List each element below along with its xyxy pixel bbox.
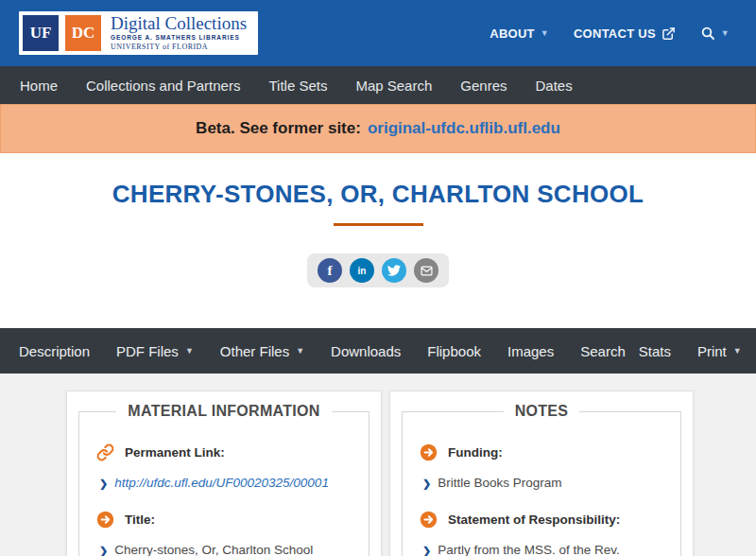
logo-text: Digital Collections GEORGE A. SMATHERS L…: [108, 14, 247, 51]
beta-banner: Beta. See former site: original-ufdc.ufl…: [0, 104, 756, 153]
header-menu: ABOUT ▼ CONTACT US ▼: [490, 26, 730, 41]
logo-subtitle-university: UNIVERSITY of FLORIDA: [111, 43, 247, 51]
statement-value-line1: Partly from the MSS. of the Rev. William…: [422, 543, 620, 556]
title-underline: [334, 223, 423, 226]
nav-item-title-sets[interactable]: Title Sets: [254, 78, 341, 94]
toolbar-other-files[interactable]: Other Files ▼: [207, 343, 318, 359]
arrow-circle-icon: [420, 511, 438, 529]
contact-us-label: CONTACT US: [574, 26, 656, 41]
funding-value: Brittle Books Program: [438, 476, 561, 490]
chevron-right-icon: ❯: [422, 478, 431, 489]
toolbar-flipbook[interactable]: Flipbook: [414, 343, 494, 359]
toolbar-right-group: Stats Print ▼ Send: [639, 343, 756, 359]
permanent-link-url[interactable]: http://ufdc.ufl.edu/UF00020325/00001: [114, 476, 329, 490]
ufdc-logo[interactable]: UF DC Digital Collections GEORGE A. SMAT…: [19, 11, 258, 55]
linkedin-icon[interactable]: in: [350, 258, 374, 283]
notes-panel: NOTES Funding: ❯Brittle Books Program: [389, 391, 694, 556]
title-label: Title:: [125, 513, 155, 527]
notes-heading: NOTES: [504, 403, 580, 420]
chevron-down-icon: ▼: [185, 346, 194, 356]
title-label-row: Title:: [96, 511, 352, 529]
email-icon[interactable]: [414, 258, 438, 283]
chevron-down-icon: ▼: [541, 28, 549, 38]
material-information-panel: MATERIAL INFORMATION Permanent Link: ❯ht…: [66, 391, 382, 556]
permanent-link-label-row: Permanent Link:: [96, 443, 352, 461]
chevron-down-icon: ▼: [721, 28, 730, 38]
permanent-link-label: Permanent Link:: [125, 445, 225, 460]
title-value-row: ❯Cherry-stones, Or, Charlton School: [99, 541, 352, 556]
nav-item-map-search[interactable]: Map Search: [341, 78, 446, 94]
toolbar-print[interactable]: Print ▼: [684, 343, 755, 359]
funding-label-row: Funding:: [420, 443, 663, 461]
facebook-icon[interactable]: f: [318, 258, 342, 283]
toolbar-stats[interactable]: Stats: [639, 343, 684, 359]
about-menu[interactable]: ABOUT ▼: [490, 26, 549, 41]
item-toolbar: Description PDF Files ▼ Other Files ▼ Do…: [0, 328, 756, 374]
nav-item-genres[interactable]: Genres: [446, 78, 521, 94]
logo-title: Digital Collections: [111, 14, 247, 33]
print-label: Print: [697, 343, 727, 359]
toolbar-images[interactable]: Images: [494, 343, 567, 359]
social-share-bar: f in: [307, 253, 449, 287]
item-content: MATERIAL INFORMATION Permanent Link: ❯ht…: [0, 374, 756, 556]
uf-logo-square: UF: [23, 15, 59, 51]
toolbar-description[interactable]: Description: [19, 343, 103, 359]
chevron-right-icon: ❯: [99, 545, 108, 556]
toolbar-search[interactable]: Search: [567, 343, 639, 359]
arrow-circle-icon: [420, 443, 438, 461]
toolbar-downloads[interactable]: Downloads: [318, 343, 414, 359]
material-information-heading: MATERIAL INFORMATION: [116, 403, 331, 420]
chevron-right-icon: ❯: [422, 545, 431, 556]
nav-item-dates[interactable]: Dates: [521, 78, 586, 94]
funding-value-row: ❯Brittle Books Program: [422, 474, 663, 493]
chevron-down-icon: ▼: [296, 346, 304, 356]
logo-subtitle-libraries: GEORGE A. SMATHERS LIBRARIES: [111, 35, 247, 42]
toolbar-pdf-files[interactable]: PDF Files ▼: [103, 343, 207, 359]
dc-logo-square: DC: [65, 15, 101, 51]
nav-item-collections-and-partners[interactable]: Collections and Partners: [72, 78, 254, 94]
site-header: UF DC Digital Collections GEORGE A. SMAT…: [0, 0, 756, 66]
beta-banner-text: Beta. See former site:: [196, 119, 361, 138]
main-navbar: Home Collections and Partners Title Sets…: [0, 66, 756, 104]
statement-label-row: Statement of Responsibility:: [420, 511, 663, 529]
about-label: ABOUT: [490, 26, 535, 41]
external-link-icon: [662, 26, 676, 41]
statement-value-row: ❯Partly from the MSS. of the Rev. Willia…: [422, 541, 663, 556]
other-files-label: Other Files: [220, 343, 289, 359]
link-icon: [96, 443, 114, 461]
search-icon: [700, 26, 715, 41]
title-value: Cherry-stones, Or, Charlton School: [114, 543, 313, 556]
former-site-link[interactable]: original-ufdc.uflib.ufl.edu: [368, 119, 560, 138]
arrow-circle-icon: [96, 511, 114, 529]
search-menu[interactable]: ▼: [700, 26, 730, 41]
pdf-files-label: PDF Files: [116, 343, 179, 359]
chevron-down-icon: ▼: [733, 346, 742, 356]
twitter-icon[interactable]: [382, 258, 406, 283]
statement-label: Statement of Responsibility:: [448, 513, 620, 527]
page-title: CHERRY-STONES, OR, CHARLTON SCHOOL: [0, 153, 756, 209]
funding-label: Funding:: [448, 445, 503, 460]
permanent-link-value-row: ❯http://ufdc.ufl.edu/UF00020325/00001: [99, 474, 352, 493]
nav-item-home[interactable]: Home: [6, 78, 72, 94]
title-section: CHERRY-STONES, OR, CHARLTON SCHOOL f in: [0, 153, 756, 328]
chevron-right-icon: ❯: [99, 478, 108, 489]
contact-us-link[interactable]: CONTACT US: [574, 26, 676, 41]
